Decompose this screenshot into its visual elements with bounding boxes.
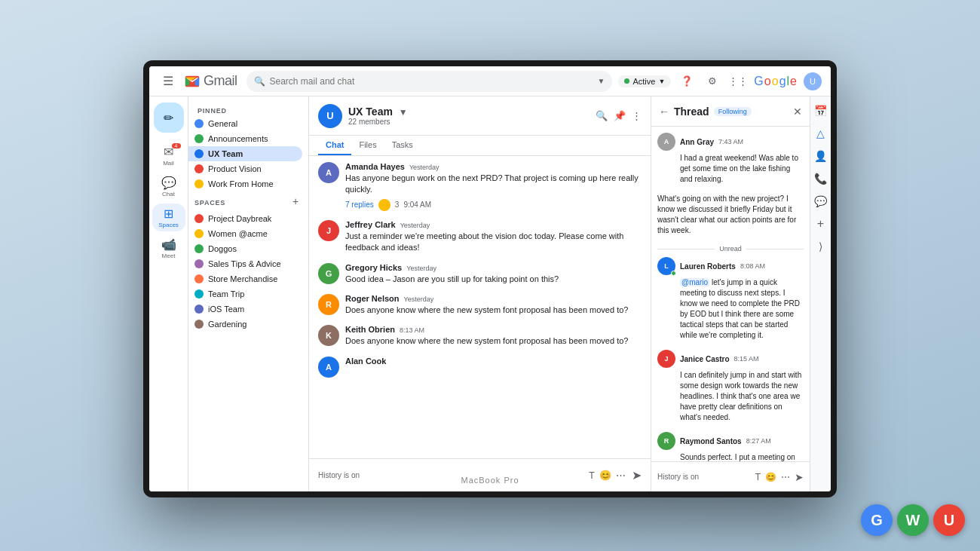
thread-send-icon[interactable]: ➤ bbox=[795, 471, 804, 483]
calendar-icon[interactable]: 📅 bbox=[813, 103, 829, 119]
nav-item-gardening[interactable]: Gardening bbox=[188, 317, 302, 332]
message-text: Does anyone know where the new system fo… bbox=[345, 335, 642, 347]
avatar: J bbox=[318, 220, 339, 241]
thread-text: @mario let's jump in a quick meeting to … bbox=[657, 277, 804, 341]
help-button[interactable]: ❓ bbox=[677, 72, 697, 91]
ux-team-label: UX Team bbox=[208, 149, 243, 158]
user-avatar[interactable]: U bbox=[804, 72, 822, 90]
add-app-icon[interactable]: + bbox=[813, 216, 829, 232]
thread-message: J Janice Castro 8:15 AM I can definitely… bbox=[657, 350, 804, 423]
nav-item-women-acme[interactable]: Women @acme bbox=[188, 226, 302, 241]
nav-item-project-daybreak[interactable]: Project Daybreak bbox=[188, 211, 302, 226]
chat-tabs: Chat Files Tasks bbox=[309, 136, 651, 156]
thread-msg-header: J Janice Castro 8:15 AM bbox=[657, 350, 804, 368]
online-indicator bbox=[671, 271, 676, 276]
format-icon[interactable]: T bbox=[589, 470, 595, 481]
nav-item-doggos[interactable]: Doggos bbox=[188, 241, 302, 256]
search-dropdown-icon[interactable]: ▼ bbox=[598, 77, 605, 85]
nav-item-work-from-home[interactable]: Work From Home bbox=[188, 176, 302, 191]
thread-emoji-icon[interactable]: 😊 bbox=[765, 472, 776, 482]
message-row: A Alan Cook bbox=[318, 357, 642, 378]
sender-name: Jeffrey Clark bbox=[345, 220, 396, 229]
send-icon[interactable]: ➤ bbox=[632, 468, 642, 482]
chat-label: Chat bbox=[162, 191, 175, 197]
avatar: A bbox=[318, 162, 339, 183]
active-status[interactable]: Active ▼ bbox=[618, 75, 671, 87]
main-content: ✏ ✉ Mail 4 💬 Chat ⊞ Spaces 📹 Meet bbox=[149, 96, 831, 491]
emoji-icon[interactable]: 😊 bbox=[599, 470, 611, 481]
sales-tips-label: Sales Tips & Advice bbox=[208, 259, 281, 268]
sidebar-item-meet[interactable]: 📹 Meet bbox=[152, 234, 185, 262]
replies-link[interactable]: 7 replies bbox=[345, 201, 374, 209]
doggos-label: Doggos bbox=[208, 244, 237, 253]
search-bar[interactable]: 🔍 ▼ bbox=[247, 71, 613, 92]
tab-chat[interactable]: Chat bbox=[318, 136, 351, 155]
contacts-icon[interactable]: 👤 bbox=[813, 148, 829, 164]
thread-sender: Raymond Santos bbox=[680, 437, 742, 445]
thread-more-icon[interactable]: ⋯ bbox=[781, 472, 790, 482]
settings-button[interactable]: ⚙ bbox=[703, 72, 722, 91]
back-icon[interactable]: ← bbox=[659, 106, 669, 118]
thread-text: Sounds perfect. I put a meeting on the c… bbox=[657, 452, 804, 461]
more-options-icon[interactable]: ⋮ bbox=[632, 110, 642, 121]
nav-item-product-vision[interactable]: Product Vision bbox=[188, 161, 302, 176]
chat-messages: A Amanda Hayes Yesterday Has anyone begu… bbox=[309, 156, 651, 458]
chat-right-icon[interactable]: 💬 bbox=[813, 193, 829, 210]
room-dropdown-icon[interactable]: ▼ bbox=[399, 107, 408, 118]
message-text: Does anyone know where the new system fo… bbox=[345, 305, 642, 316]
close-thread-button[interactable]: ✕ bbox=[793, 106, 802, 118]
top-bar: ☰ Gmail 🔍 ▼ Active ▼ ❓ bbox=[149, 66, 831, 96]
announcements-dot bbox=[194, 134, 204, 143]
expand-icon[interactable]: ⟩ bbox=[813, 238, 829, 255]
sidebar-item-mail[interactable]: ✉ Mail 4 bbox=[152, 142, 185, 170]
ios-team-dot bbox=[194, 305, 204, 314]
nav-item-announcements[interactable]: Announcements bbox=[188, 131, 302, 146]
message-header: Keith Obrien 8:13 AM bbox=[345, 325, 642, 334]
search-input[interactable] bbox=[270, 76, 593, 87]
nav-item-general[interactable]: General bbox=[188, 116, 302, 131]
room-avatar: U bbox=[318, 104, 342, 128]
nav-item-store-merchandise[interactable]: Store Merchandise bbox=[188, 271, 302, 286]
message-replies: 7 replies 3 9:04 AM bbox=[345, 199, 642, 211]
store-merchandise-label: Store Merchandise bbox=[208, 274, 277, 283]
pin-icon[interactable]: 📌 bbox=[614, 110, 626, 121]
tab-files[interactable]: Files bbox=[351, 136, 384, 155]
apps-button[interactable]: ⋮⋮ bbox=[728, 72, 748, 91]
message-content: Amanda Hayes Yesterday Has anyone begun … bbox=[345, 162, 642, 211]
tab-tasks[interactable]: Tasks bbox=[384, 136, 421, 155]
nav-item-ios-team[interactable]: iOS Team bbox=[188, 302, 302, 317]
product-vision-label: Product Vision bbox=[208, 164, 262, 173]
thread-time: 8:15 AM bbox=[734, 355, 759, 363]
nav-item-ux-team[interactable]: UX Team bbox=[188, 146, 302, 161]
message-time: Yesterday bbox=[404, 295, 434, 303]
avatar: G bbox=[318, 263, 339, 284]
chat-icon: 💬 bbox=[161, 176, 176, 190]
room-members: 22 members bbox=[348, 118, 408, 126]
add-space-button[interactable]: + bbox=[289, 194, 302, 208]
search-messages-icon[interactable]: 🔍 bbox=[596, 110, 608, 121]
nav-item-team-trip[interactable]: Team Trip bbox=[188, 286, 302, 302]
more-input-icon[interactable]: ⋯ bbox=[616, 470, 626, 481]
drive-icon[interactable]: △ bbox=[813, 125, 829, 142]
thread-message: L Lauren Roberts 8:08 AM @mario let's ju… bbox=[657, 257, 804, 341]
input-icons: T 😊 ⋯ bbox=[589, 470, 626, 481]
nav-item-sales-tips[interactable]: Sales Tips & Advice bbox=[188, 256, 302, 271]
reply-count: 3 bbox=[395, 201, 400, 209]
phone-icon[interactable]: 📞 bbox=[813, 170, 829, 187]
spaces-header: SPACES + bbox=[188, 191, 308, 211]
thread-avatar: A bbox=[657, 133, 675, 151]
general-dot bbox=[194, 119, 204, 128]
following-badge: Following bbox=[714, 107, 752, 116]
thread-messages: A Ann Gray 7:43 AM I had a great weekend… bbox=[651, 127, 810, 461]
compose-button[interactable]: ✏ bbox=[154, 103, 184, 133]
sidebar-item-chat[interactable]: 💬 Chat bbox=[152, 173, 185, 201]
sidebar-item-spaces[interactable]: ⊞ Spaces bbox=[152, 204, 185, 231]
room-name: UX Team ▼ bbox=[348, 106, 408, 118]
active-dot bbox=[624, 78, 629, 84]
message-header: Roger Nelson Yesterday bbox=[345, 294, 642, 303]
hamburger-menu[interactable]: ☰ bbox=[158, 72, 178, 91]
meet-label: Meet bbox=[162, 253, 176, 259]
thread-sender: Ann Gray bbox=[680, 138, 714, 146]
thread-format-icon[interactable]: T bbox=[755, 472, 761, 482]
nav-panel: PINNED General Announcements UX Team Pro… bbox=[188, 96, 309, 491]
